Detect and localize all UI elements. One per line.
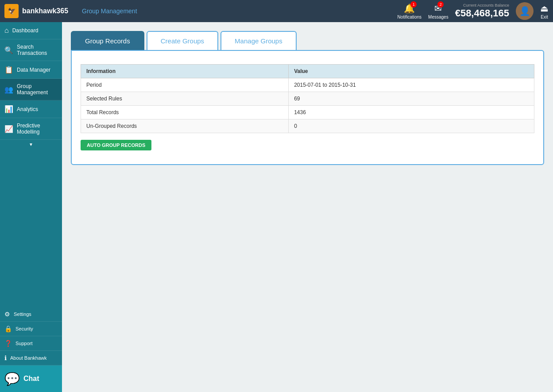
notifications-badge: 1: [410, 1, 417, 8]
sidebar: ⌂ Dashboard 🔍 Search Transactions 📋 Data…: [0, 22, 62, 392]
tab-panel-group-records: Information Value Period 2015-07-01 to 2…: [71, 50, 544, 165]
logo-area: 🦅 bankhawk365: [4, 4, 75, 18]
table-row: Total Records 1436: [81, 106, 534, 119]
analytics-icon: 📊: [4, 105, 13, 113]
sidebar-label-about: About Bankhawk: [10, 355, 47, 361]
messages-button[interactable]: ✉ 2 Messages: [428, 3, 449, 19]
search-icon: 🔍: [4, 46, 13, 54]
dropdown-arrow: ▼: [0, 140, 62, 149]
tab-group-records[interactable]: Group Records: [71, 31, 144, 50]
sidebar-item-analytics[interactable]: 📊 Analytics: [0, 100, 62, 118]
messages-label: Messages: [428, 15, 449, 19]
sidebar-item-about[interactable]: ℹ About Bankhawk: [0, 351, 62, 365]
exit-icon: ⏏: [540, 3, 549, 14]
balance-area: Current Accounts Balance €58,468,165: [455, 3, 509, 19]
page-title: Group Management: [82, 8, 137, 15]
layout: ⌂ Dashboard 🔍 Search Transactions 📋 Data…: [0, 22, 553, 392]
header: 🦅 bankhawk365 Group Management 🔔 1 Notif…: [0, 0, 553, 22]
logo-icon: 🦅: [4, 4, 19, 18]
main-content: Group Records Create Groups Manage Group…: [62, 22, 553, 392]
tabs: Group Records Create Groups Manage Group…: [71, 31, 544, 50]
tab-manage-groups[interactable]: Manage Groups: [220, 31, 297, 50]
row-total-records-value: 1436: [289, 106, 534, 119]
sidebar-label-analytics: Analytics: [17, 106, 38, 112]
row-period-label: Period: [81, 78, 289, 92]
sidebar-label-predictive-modelling: Predictive Modelling: [17, 123, 58, 135]
chat-icon: 💬: [4, 372, 20, 386]
balance-label: Current Accounts Balance: [463, 3, 509, 8]
chat-label: Chat: [23, 375, 39, 383]
sidebar-label-settings: Settings: [14, 311, 31, 317]
balance-value: €58,468,165: [455, 8, 509, 19]
table-row: Selected Rules 69: [81, 92, 534, 106]
row-ungrouped-records-label: Un-Grouped Records: [81, 119, 289, 133]
col-header-value: Value: [289, 65, 534, 78]
group-records-table: Information Value Period 2015-07-01 to 2…: [81, 64, 534, 133]
row-selected-rules-value: 69: [289, 92, 534, 106]
sidebar-label-support: Support: [15, 341, 33, 346]
row-selected-rules-label: Selected Rules: [81, 92, 289, 106]
sidebar-item-dashboard[interactable]: ⌂ Dashboard: [0, 22, 62, 39]
sidebar-label-security: Security: [15, 326, 33, 331]
logo-text: bankhawk365: [22, 7, 68, 15]
home-icon: ⌂: [4, 27, 9, 35]
group-management-icon: 👥: [4, 85, 13, 94]
sidebar-label-group-management: Group Management: [17, 83, 58, 96]
table-row: Period 2015-07-01 to 2015-10-31: [81, 78, 534, 92]
row-period-value: 2015-07-01 to 2015-10-31: [289, 78, 534, 92]
notifications-label: Notifications: [398, 15, 422, 19]
sidebar-label-dashboard: Dashboard: [12, 27, 39, 34]
predictive-modelling-icon: 📈: [4, 125, 13, 133]
row-ungrouped-records-value: 0: [289, 119, 534, 133]
row-total-records-label: Total Records: [81, 106, 289, 119]
auto-group-records-button[interactable]: AUTO GROUP RECORDS: [81, 140, 151, 150]
data-manager-icon: 📋: [4, 65, 13, 74]
col-header-information: Information: [81, 65, 289, 78]
sidebar-item-search-transactions[interactable]: 🔍 Search Transactions: [0, 39, 62, 61]
exit-label: Exit: [541, 15, 548, 19]
sidebar-item-settings[interactable]: ⚙ Settings: [0, 307, 62, 322]
security-icon: 🔒: [4, 325, 12, 332]
sidebar-bottom: ⚙ Settings 🔒 Security ❓ Support ℹ About …: [0, 307, 62, 365]
sidebar-label-data-manager: Data Manager: [17, 67, 50, 73]
messages-badge: 2: [437, 1, 444, 8]
support-icon: ❓: [4, 340, 12, 347]
table-row: Un-Grouped Records 0: [81, 119, 534, 133]
settings-icon: ⚙: [4, 311, 10, 318]
balance-number: 58,468,165: [460, 8, 509, 19]
sidebar-item-predictive-modelling[interactable]: 📈 Predictive Modelling: [0, 118, 62, 140]
sidebar-item-data-manager[interactable]: 📋 Data Manager: [0, 61, 62, 79]
header-right: 🔔 1 Notifications ✉ 2 Messages Current A…: [398, 2, 549, 20]
about-icon: ℹ: [4, 354, 7, 361]
sidebar-item-group-management[interactable]: 👥 Group Management: [0, 79, 62, 100]
sidebar-item-support[interactable]: ❓ Support: [0, 336, 62, 351]
chat-button[interactable]: 💬 Chat: [0, 365, 62, 392]
tab-create-groups[interactable]: Create Groups: [147, 31, 218, 50]
notifications-button[interactable]: 🔔 1 Notifications: [398, 3, 422, 19]
exit-button[interactable]: ⏏ Exit: [540, 3, 549, 19]
balance-currency: €: [455, 8, 460, 19]
sidebar-label-search-transactions: Search Transactions: [17, 44, 58, 56]
sidebar-item-security[interactable]: 🔒 Security: [0, 322, 62, 336]
avatar[interactable]: 👤: [516, 2, 534, 20]
